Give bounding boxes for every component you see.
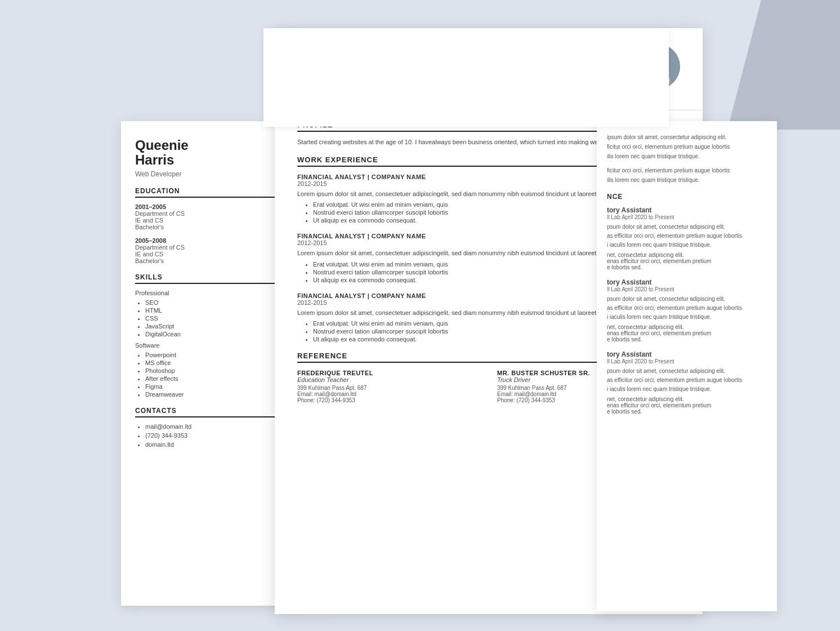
right-text-2: ficitur orci orci, elementum pretium aug… — [607, 166, 767, 185]
right-job3-title: tory Assistant — [607, 350, 767, 358]
right-job1-subtitle: ll Lab April 2020 to Present — [607, 214, 767, 220]
right-job2-extra: net, consectetur adipiscing elit. enas e… — [607, 324, 767, 343]
right-text-1: ipsum dolor sit amet, consectetur adipis… — [607, 132, 767, 161]
ref1-address: 399 Kuhlman Pass Apt. 687 — [297, 385, 480, 391]
resume-back-card — [263, 28, 669, 127]
ref1-phone: Phone: (720) 344-9353 — [297, 397, 480, 403]
right-job1-title: tory Assistant — [607, 206, 767, 214]
ref1-email: Email: mail@domain.ltd — [297, 391, 480, 397]
right-job-3: tory Assistant ll Lab April 2020 to Pres… — [607, 350, 767, 415]
right-job3-subtitle: ll Lab April 2020 to Present — [607, 358, 767, 365]
right-job2-subtitle: ll Lab April 2020 to Present — [607, 286, 767, 292]
ref1-role: Education Teacher — [297, 376, 480, 383]
right-job-2: tory Assistant ll Lab April 2020 to Pres… — [607, 278, 767, 343]
ref1-name: FREDERIQUE TREUTEL — [297, 370, 480, 376]
resume-right-card: ipsum dolor sit amet, consectetur adipis… — [597, 121, 777, 611]
right-job2-bullets: psum dolor sit amet, consectetur adipisc… — [607, 295, 767, 322]
right-job3-bullets: psum dolor sit amet, consectetur adipisc… — [607, 367, 767, 394]
right-job1-extra: net, consectetur adipiscing elit. enas e… — [607, 252, 767, 270]
right-job-1: tory Assistant ll Lab April 2020 to Pres… — [607, 206, 767, 270]
right-job2-title: tory Assistant — [607, 278, 767, 286]
right-section-title: NCE — [607, 193, 767, 201]
right-job1-bullets: psum dolor sit amet, consectetur adipisc… — [607, 223, 767, 250]
ref-1: FREDERIQUE TREUTEL Education Teacher 399… — [297, 370, 480, 403]
right-job3-extra: net, consectetur adipiscing elit. enas e… — [607, 396, 767, 415]
